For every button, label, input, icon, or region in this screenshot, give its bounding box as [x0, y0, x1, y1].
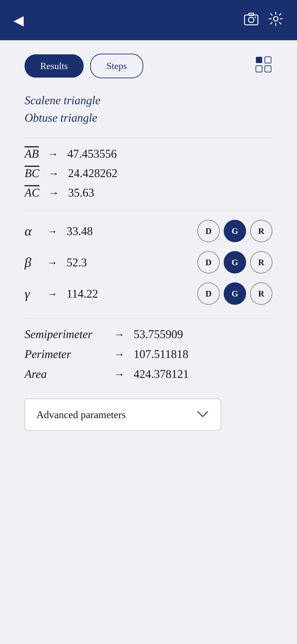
side-ab-row: AB → 47.453556 — [24, 147, 273, 160]
perimeter-row: Perimeter → 107.511818 — [24, 348, 273, 361]
advanced-parameters-label: Advanced parameters — [36, 409, 126, 420]
side-ac-arrow: → — [48, 186, 59, 199]
sides-section: AB → 47.453556 BC → 24.428262 AC → 35.63 — [24, 147, 273, 199]
top-bar-left: ◀ — [13, 12, 24, 28]
angle-alpha-symbol: α — [24, 224, 38, 239]
area-arrow: → — [114, 368, 125, 380]
alpha-unit-d[interactable]: D — [197, 220, 220, 242]
alpha-unit-g[interactable]: G — [224, 220, 246, 242]
display-mode-icon[interactable] — [255, 56, 273, 77]
svg-rect-7 — [256, 66, 262, 72]
side-ac-label: AC — [24, 186, 39, 199]
side-ab-value: 47.453556 — [67, 147, 117, 160]
svg-point-4 — [274, 16, 278, 21]
side-ac-row: AC → 35.63 — [24, 186, 273, 199]
triangle-type-2: Obtuse triangle — [24, 109, 273, 126]
angle-gamma-arrow: → — [47, 288, 58, 300]
advanced-parameters-button[interactable]: Advanced parameters — [24, 398, 221, 431]
content-area: Results Steps Scalene triangle Obtuse tr… — [0, 40, 297, 444]
angle-alpha-units: D G R — [197, 220, 273, 242]
semiperimeter-arrow: → — [114, 328, 125, 340]
triangle-labels: Scalene triangle Obtuse triangle — [24, 92, 273, 126]
side-bc-value: 24.428262 — [68, 166, 117, 180]
area-value: 424.378121 — [134, 368, 189, 380]
angle-beta-arrow: → — [47, 256, 58, 268]
semiperimeter-value: 53.755909 — [134, 328, 183, 341]
perimeter-label: Perimeter — [24, 348, 105, 361]
beta-unit-g[interactable]: G — [224, 251, 246, 274]
side-ab-label: AB — [24, 147, 39, 160]
semiperimeter-row: Semiperimeter → 53.755909 — [24, 328, 273, 341]
camera-button[interactable] — [243, 11, 259, 30]
semiperimeter-label: Semiperimeter — [24, 328, 105, 341]
side-ab-arrow: → — [48, 148, 58, 160]
angle-gamma-units: D G R — [197, 282, 273, 305]
top-bar: ◀ — [0, 0, 297, 40]
svg-point-1 — [249, 17, 254, 22]
divider-2 — [24, 210, 273, 211]
divider-1 — [24, 138, 273, 138]
angle-beta-value: 52.3 — [67, 256, 116, 269]
settings-button[interactable] — [268, 11, 284, 30]
chevron-down-icon — [196, 408, 209, 421]
triangle-type-1: Scalene triangle — [24, 92, 273, 109]
angle-beta-units: D G R — [197, 251, 273, 274]
svg-point-3 — [255, 16, 256, 18]
tabs-row: Results Steps — [24, 54, 273, 78]
angle-beta-symbol: β — [24, 255, 38, 270]
angles-section: α → 33.48 D G R β → 52.3 D G R γ → 114.2… — [24, 220, 273, 305]
side-ac-value: 35.63 — [68, 186, 94, 199]
side-bc-row: BC → 24.428262 — [24, 166, 273, 180]
svg-rect-0 — [245, 15, 258, 25]
svg-rect-5 — [256, 57, 262, 63]
side-bc-arrow: → — [48, 167, 59, 179]
svg-rect-2 — [249, 13, 254, 16]
angle-gamma-symbol: γ — [24, 286, 38, 302]
measurements-section: Semiperimeter → 53.755909 Perimeter → 10… — [24, 328, 273, 380]
svg-rect-8 — [265, 66, 271, 72]
divider-3 — [24, 318, 273, 319]
angle-alpha-row: α → 33.48 D G R — [24, 220, 273, 242]
tab-steps[interactable]: Steps — [90, 54, 143, 78]
area-row: Area → 424.378121 — [24, 368, 273, 380]
perimeter-arrow: → — [114, 348, 125, 360]
side-bc-label: BC — [24, 166, 39, 180]
angle-alpha-value: 33.48 — [67, 224, 116, 238]
angle-alpha-arrow: → — [47, 225, 58, 237]
angle-beta-row: β → 52.3 D G R — [24, 251, 273, 274]
beta-unit-r[interactable]: R — [250, 251, 273, 274]
top-bar-right — [243, 11, 284, 30]
angle-gamma-row: γ → 114.22 D G R — [24, 282, 273, 305]
tab-results[interactable]: Results — [24, 54, 84, 78]
back-button[interactable]: ◀ — [13, 12, 24, 28]
svg-rect-6 — [265, 57, 271, 63]
gamma-unit-r[interactable]: R — [250, 282, 273, 305]
beta-unit-d[interactable]: D — [197, 251, 220, 274]
gamma-unit-g[interactable]: G — [224, 282, 246, 305]
alpha-unit-r[interactable]: R — [250, 220, 273, 242]
perimeter-value: 107.511818 — [134, 348, 188, 361]
angle-gamma-value: 114.22 — [67, 287, 116, 300]
area-label: Area — [24, 368, 105, 380]
gamma-unit-d[interactable]: D — [197, 282, 220, 305]
